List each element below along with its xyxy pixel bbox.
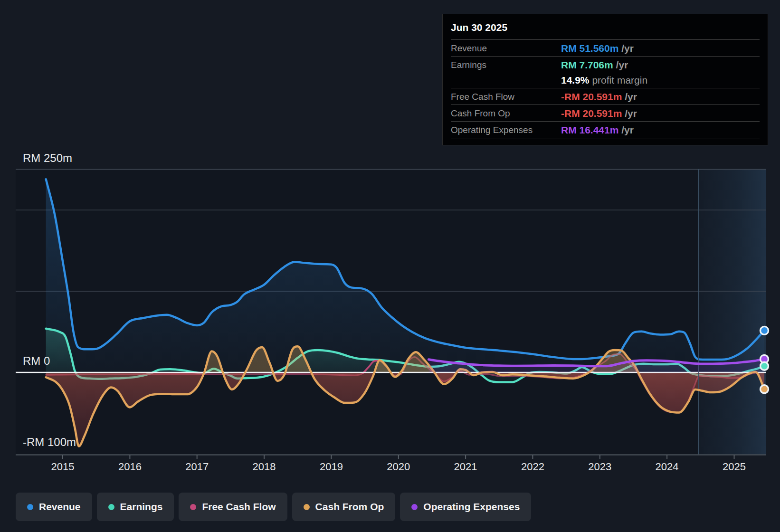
svg-text:RM 0: RM 0 [23,354,50,367]
svg-text:2016: 2016 [118,461,142,473]
svg-text:RM 250m: RM 250m [23,152,72,164]
svg-text:2025: 2025 [723,461,746,473]
svg-text:2022: 2022 [521,461,544,473]
svg-text:2020: 2020 [387,461,410,473]
svg-text:-RM 100m: -RM 100m [23,436,76,448]
svg-text:2021: 2021 [454,461,477,473]
svg-text:2019: 2019 [320,461,343,473]
svg-text:2018: 2018 [253,461,276,473]
svg-text:2017: 2017 [185,461,209,473]
svg-text:2024: 2024 [656,461,679,473]
svg-text:2023: 2023 [588,461,611,473]
svg-text:2015: 2015 [51,461,75,473]
